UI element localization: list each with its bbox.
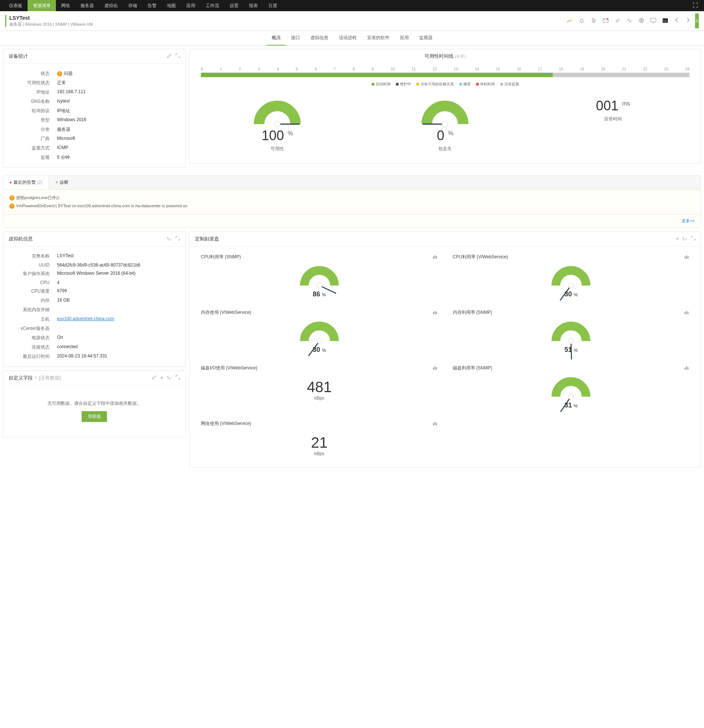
tab-5[interactable]: 应用 (395, 31, 414, 45)
nav-item-8[interactable]: 应用 (181, 0, 201, 11)
tune-icon[interactable] (591, 18, 597, 25)
svg-rect-42 (436, 423, 437, 425)
refresh-icon[interactable] (167, 375, 172, 381)
edit-icon[interactable] (167, 53, 172, 60)
svg-rect-19 (688, 256, 688, 259)
kv-row: 轮询协议IP地址 (9, 106, 180, 116)
tab-4[interactable]: 安装的软件 (362, 31, 395, 45)
alert-row: !进程postgres.exe已停止 (9, 193, 695, 202)
menu-toggle[interactable] (695, 13, 699, 28)
kv-row: IP地址192.168.7.111 (9, 88, 180, 97)
nav-item-9[interactable]: 工作流 (201, 0, 224, 11)
add-icon[interactable]: + (160, 375, 163, 381)
alerts-more-link[interactable]: 更多>> (682, 218, 695, 223)
tab-2[interactable]: 虚拟信息 (305, 31, 334, 45)
kv-row: DNS名称lsytest (9, 97, 180, 106)
edit-icon[interactable] (152, 375, 157, 381)
dash-cell: 网络使用 (VIWebService)21kBps (193, 417, 445, 464)
svg-rect-14 (436, 256, 437, 259)
device-stats-card: 设备统计 状态!问题可用性状态正常IP地址192.168.7.111DNS名称l… (3, 49, 186, 168)
refresh-icon[interactable] (167, 236, 172, 242)
nav-item-3[interactable]: 服务器 (75, 0, 99, 11)
expand-icon[interactable] (691, 236, 695, 242)
nav-item-4[interactable]: 虚拟化 (99, 0, 123, 11)
add-icon[interactable]: + (676, 236, 679, 242)
tab-0[interactable]: 概况 (266, 31, 286, 45)
refresh-icon[interactable] (682, 236, 687, 242)
next-icon[interactable] (685, 18, 691, 25)
kv-row: 分类服务器 (9, 125, 180, 134)
svg-point-39 (568, 394, 574, 399)
kv-row: 连接状态connected (9, 343, 180, 352)
svg-rect-24 (436, 312, 437, 314)
monitor-icon[interactable] (650, 18, 656, 25)
expand-icon[interactable] (176, 236, 180, 242)
chart-icon[interactable] (567, 18, 573, 25)
terminal-icon[interactable] (662, 18, 668, 25)
globe-icon[interactable] (638, 18, 644, 25)
host-link[interactable]: esx100.adventnet-china.com (57, 316, 114, 321)
mail-icon[interactable] (603, 18, 609, 25)
kv-row: 主机esx100.adventnet-china.com (9, 315, 180, 324)
chart-icon[interactable] (684, 366, 689, 371)
availability-card: 可用性时间线 (今天) 0123456789101112131415161718… (189, 49, 701, 164)
fullscreen-toggle-icon[interactable] (691, 3, 700, 9)
svg-point-4 (607, 18, 608, 20)
kv-row: 监视5 分钟 (9, 153, 180, 162)
expand-icon[interactable] (176, 375, 180, 381)
expand-icon[interactable] (176, 53, 180, 60)
customfield-card: 自定义字段 ? [没有数据] + 无可用数据。请在自定义字段中添加相关数据。 关… (3, 371, 186, 437)
svg-rect-18 (686, 255, 687, 259)
nav-item-7[interactable]: 地图 (162, 0, 181, 11)
nav-item-0[interactable]: 仪表板 (4, 0, 28, 11)
svg-rect-17 (685, 256, 685, 259)
kv-row: 状态!问题 (9, 69, 180, 78)
chart-icon[interactable] (433, 366, 438, 371)
tab-3[interactable]: 活动进程 (334, 31, 362, 45)
chart-icon[interactable] (433, 255, 438, 260)
dashboard-title: 定制刻度盘 (195, 236, 219, 242)
nav-item-10[interactable]: 设置 (224, 0, 244, 11)
chart-icon[interactable] (433, 310, 438, 315)
svg-rect-36 (686, 366, 687, 370)
prev-icon[interactable] (674, 18, 679, 25)
alert-body: !进程postgres.exe已停止!VmPoweredOnEvent:LSYT… (3, 189, 701, 214)
nav-item-11[interactable]: 报表 (244, 0, 263, 11)
link-icon[interactable] (615, 18, 621, 25)
nav-item-1[interactable]: 资源清单 (28, 0, 56, 11)
svg-rect-33 (435, 366, 435, 370)
tab-6[interactable]: 监视器 (414, 31, 438, 45)
associate-value-button[interactable]: 关联值 (82, 411, 107, 422)
svg-rect-32 (433, 368, 434, 370)
subheader: LSYTest 服务器 | Windows 2016 | SNMP | VMwa… (0, 11, 704, 31)
chart-icon[interactable] (684, 255, 689, 260)
alert-tabs: ● 最近的告警 (2) ✦ 诊断 (3, 175, 701, 189)
svg-rect-37 (688, 367, 688, 370)
svg-rect-35 (685, 368, 685, 370)
svg-point-9 (274, 121, 280, 127)
nav-item-12[interactable]: 百度 (263, 0, 282, 11)
bell-icon[interactable] (579, 18, 585, 25)
tab-diagnostics[interactable]: ✦ 诊断 (49, 176, 75, 189)
kv-row: 监视方式ICMP (9, 144, 180, 153)
svg-rect-12 (433, 256, 434, 259)
svg-point-16 (317, 283, 322, 288)
tab-1[interactable]: 接口 (286, 31, 305, 45)
nav-item-5[interactable]: 存储 (123, 0, 142, 11)
kv-row: 类型Windows 2016 (9, 116, 180, 125)
page-title: LSYTest (9, 15, 93, 21)
tab-recent-alerts[interactable]: ● 最近的告警 (2) (3, 176, 49, 189)
help-icon[interactable]: ? (34, 376, 37, 380)
dash-cell: CPU利用率 (VIWebService)30 % (445, 250, 697, 306)
svg-rect-28 (686, 311, 687, 314)
vminfo-card: 虚拟机信息 完整名称LSYTestUUID564d2fc9-36d9-c538-… (3, 231, 186, 367)
kv-row: 内存16 GB (9, 296, 180, 305)
availability-timeline: 0123456789101112131415161718192021222324… (190, 63, 701, 91)
dash-cell: 内存使用 (VIWebService)30 % (193, 306, 445, 361)
activity-icon[interactable] (626, 18, 632, 25)
nav-item-2[interactable]: 网络 (56, 0, 75, 11)
vminfo-title: 虚拟机信息 (9, 236, 33, 242)
chart-icon[interactable] (684, 310, 689, 315)
nav-item-6[interactable]: 告警 (142, 0, 162, 11)
chart-icon[interactable] (433, 421, 438, 426)
